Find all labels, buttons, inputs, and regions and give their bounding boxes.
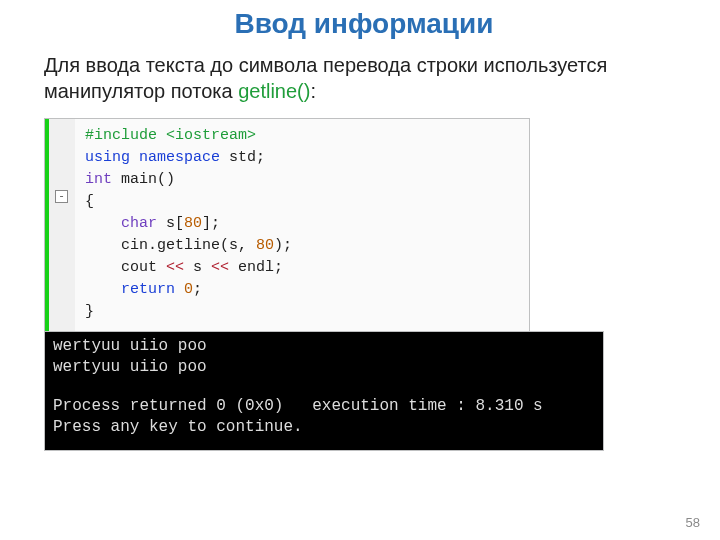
code-content: #include <iostream> using namespace std;…: [75, 119, 302, 331]
code-l2a: using: [85, 149, 139, 166]
code-l7b: <<: [166, 259, 193, 276]
code-l5d: [: [175, 215, 184, 232]
code-l6g: 80: [256, 237, 274, 254]
desc-highlight: getline(): [238, 80, 310, 102]
code-l1b: <iostream>: [166, 127, 256, 144]
code-l2c: std: [229, 149, 256, 166]
code-l5f: ];: [202, 215, 220, 232]
code-l2d: ;: [256, 149, 265, 166]
code-l2b: namespace: [139, 149, 229, 166]
code-l6h: );: [274, 237, 292, 254]
code-l3b: main: [121, 171, 157, 188]
code-l1a: #include: [85, 127, 166, 144]
console-line4: Press any key to continue.: [53, 418, 303, 436]
code-l6a: cin: [85, 237, 148, 254]
console-line3: Process returned 0 (0x0) execution time …: [53, 397, 543, 415]
code-l3c: (): [157, 171, 175, 188]
console-line2: wertyuu uiio poo: [53, 358, 207, 376]
desc-prefix: Для ввода текста до символа перевода стр…: [44, 54, 607, 102]
page-number: 58: [686, 515, 700, 530]
code-l7f: ;: [274, 259, 283, 276]
page-title: Ввод информации: [44, 8, 684, 40]
console-output: wertyuu uiio poo wertyuu uiio poo Proces…: [44, 331, 604, 451]
fold-gutter: -: [49, 119, 75, 331]
code-l7e: endl: [238, 259, 274, 276]
console-line1: wertyuu uiio poo: [53, 337, 207, 355]
code-l6f: ,: [238, 237, 256, 254]
code-l7c: s: [193, 259, 211, 276]
code-l3a: int: [85, 171, 121, 188]
description: Для ввода текста до символа перевода стр…: [44, 52, 684, 104]
code-l8c: 0: [184, 281, 193, 298]
code-l6d: (: [220, 237, 229, 254]
code-l8b: return: [121, 281, 184, 298]
code-l6b: .: [148, 237, 157, 254]
desc-suffix: :: [310, 80, 316, 102]
code-l7d: <<: [211, 259, 238, 276]
fold-toggle[interactable]: -: [55, 190, 68, 203]
code-l6c: getline: [157, 237, 220, 254]
code-editor: - #include <iostream> using namespace st…: [44, 118, 530, 332]
slide: Ввод информации Для ввода текста до симв…: [0, 0, 720, 540]
code-l8d: ;: [193, 281, 202, 298]
code-l5e: 80: [184, 215, 202, 232]
code-l7a: cout: [85, 259, 166, 276]
code-l8a: [85, 281, 121, 298]
code-l5b: char: [121, 215, 166, 232]
code-l9: }: [85, 303, 94, 320]
code-l4: {: [85, 193, 94, 210]
code-l5a: [85, 215, 121, 232]
code-l6e: s: [229, 237, 238, 254]
code-l5c: s: [166, 215, 175, 232]
